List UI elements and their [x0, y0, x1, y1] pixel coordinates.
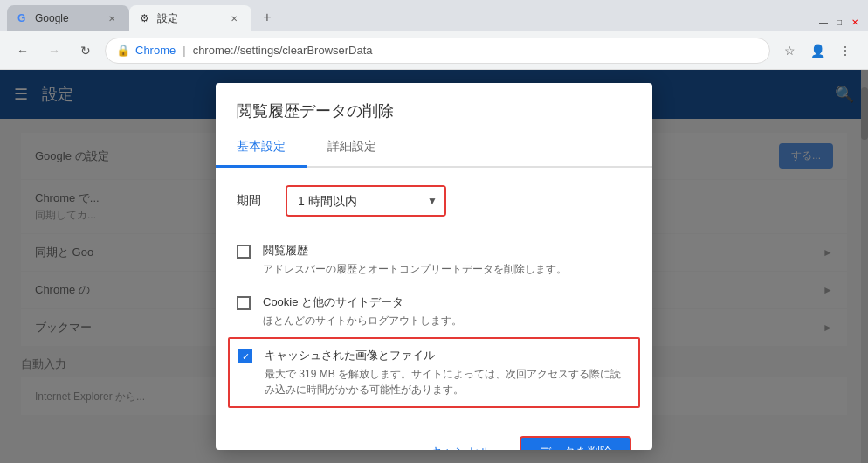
- browsing-history-title: 閲覧履歴: [263, 243, 631, 259]
- new-tab-button[interactable]: +: [255, 5, 279, 30]
- back-button[interactable]: ←: [10, 38, 35, 63]
- browsing-history-checkbox[interactable]: [237, 245, 251, 259]
- browser-frame: G Google ✕ ⚙ 設定 ✕ + — □ ✕ ← → ↻ 🔒 Chrome…: [0, 0, 868, 463]
- cancel-button[interactable]: キャンセル: [413, 436, 509, 450]
- modal-tabs: 基本設定 詳細設定: [216, 128, 652, 168]
- close-button[interactable]: ✕: [849, 16, 861, 28]
- title-bar: G Google ✕ ⚙ 設定 ✕ + — □ ✕: [0, 0, 868, 31]
- modal-tab-basic[interactable]: 基本設定: [216, 128, 307, 168]
- cache-title: キャッシュされた画像とファイル: [265, 348, 630, 363]
- url-separator: |: [183, 44, 185, 57]
- google-favicon-icon: G: [17, 12, 30, 24]
- period-row: 期間 過去1時間 1 時間以内 過去24時間 過去7日間 過去4週間 全期間 ▼: [237, 185, 631, 217]
- maximize-button[interactable]: □: [833, 16, 845, 28]
- checkbox-cache-item: キャッシュされた画像とファイル 最大で 319 MB を解放します。サイトによっ…: [228, 337, 640, 408]
- settings-favicon-icon: ⚙: [140, 12, 152, 24]
- delete-data-button[interactable]: データを削除: [520, 436, 631, 450]
- content-area: ☰ 設定 🔍 Google の設定 する... Chrome で... 同期して…: [0, 70, 868, 463]
- site-name: Chrome: [135, 44, 176, 57]
- star-button[interactable]: ☆: [777, 38, 802, 63]
- security-icon: 🔒: [116, 44, 130, 57]
- url-path: chrome://settings/clearBrowserData: [193, 44, 373, 57]
- cache-desc: 最大で 319 MB を解放します。サイトによっては、次回アクセスする際に読み込…: [265, 366, 630, 397]
- minimize-button[interactable]: —: [817, 16, 830, 28]
- cache-checkbox[interactable]: [238, 349, 252, 363]
- nav-actions: ☆ 👤 ⋮: [777, 38, 858, 63]
- browsing-history-desc: アドレスバーの履歴とオートコンプリートデータを削除します。: [263, 261, 631, 277]
- checkbox-cookies-item: Cookie と他のサイトデータ ほとんどのサイトからログアウトします。: [237, 286, 631, 337]
- period-select[interactable]: 過去1時間 1 時間以内 過去24時間 過去7日間 過去4週間 全期間: [287, 187, 444, 215]
- reload-button[interactable]: ↻: [73, 38, 98, 63]
- tab-settings-label: 設定: [157, 11, 178, 26]
- cache-text: キャッシュされた画像とファイル 最大で 319 MB を解放します。サイトによっ…: [265, 348, 630, 397]
- browsing-history-checkbox-wrap: [237, 245, 251, 259]
- tab-settings[interactable]: ⚙ 設定 ✕: [129, 5, 251, 31]
- forward-button[interactable]: →: [42, 38, 66, 63]
- tab-settings-close-icon[interactable]: ✕: [227, 11, 241, 25]
- modal-overlay: 閲覧履歴データの削除 基本設定 詳細設定 期間 過去1時間 1 時間以内: [0, 70, 868, 463]
- cookies-title: Cookie と他のサイトデータ: [263, 294, 631, 310]
- period-select-wrapper: 過去1時間 1 時間以内 過去24時間 過去7日間 過去4週間 全期間 ▼: [286, 185, 446, 217]
- cookies-checkbox[interactable]: [237, 296, 251, 310]
- cookies-text: Cookie と他のサイトデータ ほとんどのサイトからログアウトします。: [263, 294, 631, 328]
- tab-google-label: Google: [35, 12, 69, 24]
- window-controls: — □ ✕: [817, 16, 861, 28]
- browsing-history-text: 閲覧履歴 アドレスバーの履歴とオートコンプリートデータを削除します。: [263, 243, 631, 277]
- clear-browser-data-modal: 閲覧履歴データの削除 基本設定 詳細設定 期間 過去1時間 1 時間以内: [216, 83, 652, 450]
- cache-checkbox-wrap: [238, 349, 252, 363]
- address-bar[interactable]: 🔒 Chrome | chrome://settings/clearBrowse…: [105, 38, 770, 64]
- modal-title: 閲覧履歴データの削除: [216, 83, 652, 121]
- cookies-desc: ほとんどのサイトからログアウトします。: [263, 313, 631, 328]
- modal-tab-advanced[interactable]: 詳細設定: [307, 128, 397, 168]
- menu-button[interactable]: ⋮: [833, 38, 858, 63]
- nav-bar: ← → ↻ 🔒 Chrome | chrome://settings/clear…: [0, 31, 868, 70]
- modal-body: 期間 過去1時間 1 時間以内 過去24時間 過去7日間 過去4週間 全期間 ▼: [216, 168, 652, 425]
- tab-google[interactable]: G Google ✕: [7, 5, 129, 31]
- cookies-checkbox-wrap: [237, 296, 251, 310]
- modal-footer: キャンセル データを削除: [216, 425, 652, 450]
- account-button[interactable]: 👤: [805, 38, 830, 63]
- checkbox-browsing-history-item: 閲覧履歴 アドレスバーの履歴とオートコンプリートデータを削除します。: [237, 234, 631, 286]
- tab-google-close-icon[interactable]: ✕: [105, 11, 119, 25]
- period-label: 期間: [237, 193, 272, 209]
